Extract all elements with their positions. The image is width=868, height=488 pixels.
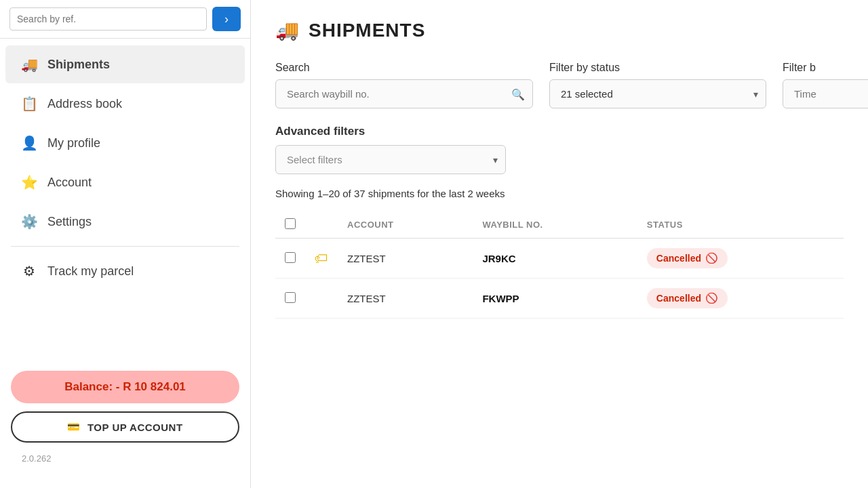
search-group: Search 🔍 [275,62,533,108]
sidebar-item-my-profile[interactable]: 👤 My profile [5,124,245,162]
sidebar-nav: 🚚 Shipments 📋 Address book 👤 My profile … [0,39,250,363]
main-content: 🚚 SHIPMENTS Search 🔍 Filter by status 21… [251,0,868,488]
row-checkbox[interactable] [285,252,296,263]
row-tag-cell: 🏷 [305,239,338,279]
sidebar-search-bar: › [0,0,250,39]
search-input-wrap: 🔍 [275,79,533,108]
row-status: Cancelled 🚫 [637,239,844,279]
shipments-table: ACCOUNT WAYBILL NO. STATUS 🏷 ZZTES [275,211,844,319]
select-all-checkbox[interactable] [285,218,296,229]
table-header-status: STATUS [637,211,844,239]
track-icon: ⚙ [20,263,38,279]
table-row: ZZTEST FKWPP Cancelled 🚫 [275,279,844,319]
row-waybill: JR9KC [473,239,637,279]
search-label: Search [275,62,533,74]
search-waybill-input[interactable] [275,79,533,108]
advanced-filters-select[interactable]: Select filters [275,145,506,174]
profile-icon: 👤 [20,135,38,151]
sidebar-item-label: Track my parcel [47,264,134,279]
truck-icon: 🚚 [20,56,38,73]
sidebar-search-button[interactable]: › [212,7,241,31]
sidebar-item-address-book[interactable]: 📋 Address book [5,85,245,123]
table-row: 🏷 ZZTEST JR9KC Cancelled 🚫 [275,239,844,279]
row-tag-cell [305,279,338,319]
filter-time-wrap [783,79,868,108]
advanced-filters-section: Advanced filters Select filters ▾ [275,125,844,174]
version-text: 2.0.262 [11,451,239,466]
sidebar-bottom: Balance: - R 10 824.01 💳 TOP UP ACCOUNT … [0,363,250,474]
sidebar-item-label: My profile [47,136,100,150]
topup-button[interactable]: 💳 TOP UP ACCOUNT [11,411,239,443]
balance-text: Balance: - R 10 824.01 [64,380,186,393]
table-header-waybill: WAYBILL NO. [473,211,637,239]
row-checkbox-cell [275,239,305,279]
filter-status-label: Filter by status [549,62,766,74]
sidebar: › 🚚 Shipments 📋 Address book 👤 My profil… [0,0,251,488]
advanced-filters-select-wrap: Select filters ▾ [275,145,506,174]
cancel-icon: 🚫 [705,292,718,304]
filter-status-select[interactable]: 21 selected [549,79,766,108]
row-account: ZZTEST [338,279,473,319]
search-icon: 🔍 [511,87,525,100]
page-title: SHIPMENTS [309,20,425,41]
showing-text: Showing 1–20 of 37 shipments for the las… [275,188,844,199]
sidebar-item-label: Shipments [47,58,110,72]
row-account: ZZTEST [338,239,473,279]
tag-icon: 🏷 [315,251,328,266]
status-badge: Cancelled 🚫 [647,288,728,308]
table-header: ACCOUNT WAYBILL NO. STATUS [275,211,844,239]
balance-badge: Balance: - R 10 824.01 [11,371,239,403]
table-header-account: ACCOUNT [338,211,473,239]
filter-time-input[interactable] [783,79,868,108]
search-icon: › [224,12,229,26]
advanced-filters-label: Advanced filters [275,125,844,138]
account-icon: ⭐ [20,174,38,190]
nav-divider [11,246,239,247]
sidebar-item-label: Settings [47,215,92,229]
row-checkbox-cell [275,279,305,319]
table-header-icon [305,211,338,239]
row-waybill: FKWPP [473,279,637,319]
page-truck-icon: 🚚 [275,19,299,41]
sidebar-item-shipments[interactable]: 🚚 Shipments [5,45,245,83]
filter-status-select-wrap: 21 selected ▾ [549,79,766,108]
settings-icon: ⚙️ [20,214,38,230]
sidebar-search-input[interactable] [9,7,207,30]
status-badge: Cancelled 🚫 [647,248,728,268]
address-book-icon: 📋 [20,96,38,112]
row-status: Cancelled 🚫 [637,279,844,319]
page-header: 🚚 SHIPMENTS [275,19,844,41]
sidebar-item-account[interactable]: ⭐ Account [5,163,245,201]
filter-time-label: Filter b [783,62,868,74]
topup-label: TOP UP ACCOUNT [87,422,183,433]
cancel-icon: 🚫 [705,252,718,264]
row-checkbox[interactable] [285,292,296,303]
filter-status-group: Filter by status 21 selected ▾ [549,62,766,108]
sidebar-item-track-parcel[interactable]: ⚙ Track my parcel [5,252,245,290]
filter-time-group: Filter b [783,62,868,108]
sidebar-item-settings[interactable]: ⚙️ Settings [5,203,245,241]
sidebar-item-label: Address book [47,97,122,111]
filters-row: Search 🔍 Filter by status 21 selected ▾ … [275,62,844,108]
table-body: 🏷 ZZTEST JR9KC Cancelled 🚫 [275,239,844,319]
table-header-checkbox [275,211,305,239]
wallet-icon: 💳 [67,421,81,433]
sidebar-item-label: Account [47,176,92,190]
